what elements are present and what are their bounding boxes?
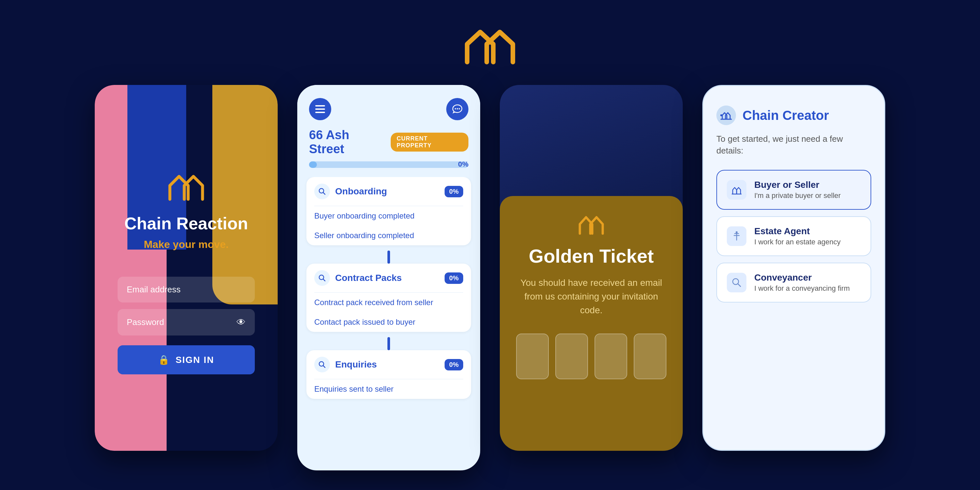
svg-rect-0	[315, 105, 325, 107]
progress-label: 0%	[458, 160, 468, 169]
estate-agent-text: Estate Agent I work for an estate agency	[754, 226, 840, 246]
chain-creator-icon	[716, 105, 736, 125]
code-input-area[interactable]	[516, 334, 667, 379]
svg-rect-1	[315, 108, 325, 110]
progress-bar-bg	[309, 161, 468, 168]
app-name: Chain Reaction	[124, 214, 248, 233]
password-label: Password	[127, 317, 164, 327]
phones-container: Chain Reaction Make your move. Email add…	[95, 85, 885, 470]
contracts-badge: 0%	[445, 272, 463, 284]
email-field[interactable]: Email address	[118, 277, 255, 302]
svg-rect-2	[315, 112, 325, 113]
golden-logo	[516, 212, 667, 235]
section-title-enquiries: Enquiries	[335, 360, 377, 370]
conveyancer-desc: I work for a conveyancing firm	[754, 284, 850, 293]
code-box-3[interactable]	[595, 334, 627, 379]
chat-button[interactable]	[446, 98, 468, 120]
section-header-enquiries[interactable]: Enquiries 0%	[306, 350, 471, 379]
role-buyer-seller[interactable]: Buyer or Seller I'm a private buyer or s…	[716, 170, 871, 210]
code-box-1[interactable]	[516, 334, 549, 379]
sign-in-label: SIGN IN	[175, 355, 214, 365]
menu-button[interactable]	[309, 98, 331, 120]
search-icon-contracts	[314, 270, 330, 286]
tracker-section-enquiries: Enquiries 0% Enquiries sent to seller	[306, 350, 471, 399]
search-icon-onboarding	[314, 184, 330, 199]
tracker-body: Onboarding 0% Buyer onboarding completed…	[297, 177, 480, 404]
buyer-seller-desc: I'm a private buyer or seller	[754, 191, 841, 200]
conveyancer-text: Conveyancer I work for a conveyancing fi…	[754, 272, 850, 293]
golden-description: You should have received an email from u…	[516, 276, 667, 317]
role-estate-agent[interactable]: Estate Agent I work for an estate agency	[716, 216, 871, 256]
eye-icon: 👁	[237, 317, 246, 328]
section-header-contracts[interactable]: Contract Packs 0%	[306, 264, 471, 293]
enquiries-item-1: Enquiries sent to seller	[306, 379, 471, 399]
svg-point-10	[736, 231, 738, 233]
chain-creator-header: Chain Creator	[716, 105, 871, 125]
contract-item-2: Contact pack issued to buyer	[306, 312, 471, 332]
overall-progress: 0%	[309, 161, 468, 168]
chain-creator-subtitle: To get started, we just need a few detai…	[716, 133, 871, 157]
main-logo	[457, 20, 523, 72]
code-box-2[interactable]	[555, 334, 588, 379]
onboarding-item-2: Seller onboarding completed	[306, 226, 471, 245]
buyer-seller-icon	[727, 180, 746, 200]
chain-creator-title: Chain Creator	[743, 108, 829, 123]
login-logo	[167, 170, 206, 204]
code-box-4[interactable]	[634, 334, 667, 379]
app-tagline: Make your move.	[144, 239, 229, 251]
search-icon-enquiries	[314, 357, 330, 372]
phone-chain-creator: Chain Creator To get started, we just ne…	[702, 85, 885, 451]
golden-title: Golden Ticket	[516, 245, 667, 267]
connector-2	[387, 337, 390, 350]
section-title-contracts: Contract Packs	[335, 273, 402, 283]
contract-item-1: Contract pack received from seller	[306, 293, 471, 312]
topbar	[309, 98, 468, 120]
conveyancer-name: Conveyancer	[754, 272, 850, 283]
enquiries-badge: 0%	[445, 359, 463, 371]
section-header-onboarding[interactable]: Onboarding 0%	[306, 177, 471, 206]
estate-agent-name: Estate Agent	[754, 226, 840, 237]
golden-ticket-content: Golden Ticket You should have received a…	[500, 196, 683, 451]
address-text: 66 Ash Street	[309, 128, 385, 156]
onboarding-item-1: Buyer onboarding completed	[306, 206, 471, 226]
login-form: Email address Password 👁 🔒 SIGN IN	[118, 277, 255, 374]
onboarding-badge: 0%	[445, 186, 463, 197]
sign-in-button[interactable]: 🔒 SIGN IN	[118, 345, 255, 374]
phone-login: Chain Reaction Make your move. Email add…	[95, 85, 278, 451]
section-left-enquiries: Enquiries	[314, 357, 377, 372]
role-conveyancer[interactable]: Conveyancer I work for a conveyancing fi…	[716, 262, 871, 302]
current-property-badge: CURRENT PROPERTY	[391, 133, 468, 151]
tracker-section-onboarding: Onboarding 0% Buyer onboarding completed…	[306, 177, 471, 245]
buyer-seller-text: Buyer or Seller I'm a private buyer or s…	[754, 180, 841, 200]
conveyancer-icon	[727, 273, 746, 293]
property-address: 66 Ash Street CURRENT PROPERTY	[309, 128, 468, 156]
buyer-seller-name: Buyer or Seller	[754, 180, 841, 190]
svg-point-5	[459, 108, 460, 110]
email-label: Email address	[127, 285, 181, 295]
tracker-header: 66 Ash Street CURRENT PROPERTY 0%	[297, 85, 480, 177]
svg-point-3	[455, 108, 456, 110]
phone-tracker: 66 Ash Street CURRENT PROPERTY 0%	[297, 85, 480, 470]
progress-bar-fill	[309, 161, 317, 168]
tracker-section-contracts: Contract Packs 0% Contract pack received…	[306, 264, 471, 332]
section-left: Onboarding	[314, 184, 387, 199]
connector-1	[387, 251, 390, 264]
estate-agent-icon	[727, 226, 746, 246]
estate-agent-desc: I work for an estate agency	[754, 238, 840, 246]
password-field[interactable]: Password 👁	[118, 309, 255, 336]
lock-icon: 🔒	[158, 355, 170, 365]
svg-point-4	[457, 108, 458, 110]
phone-golden-ticket: Golden Ticket You should have received a…	[500, 85, 683, 451]
section-title-onboarding: Onboarding	[335, 186, 387, 197]
section-left-contracts: Contract Packs	[314, 270, 402, 286]
